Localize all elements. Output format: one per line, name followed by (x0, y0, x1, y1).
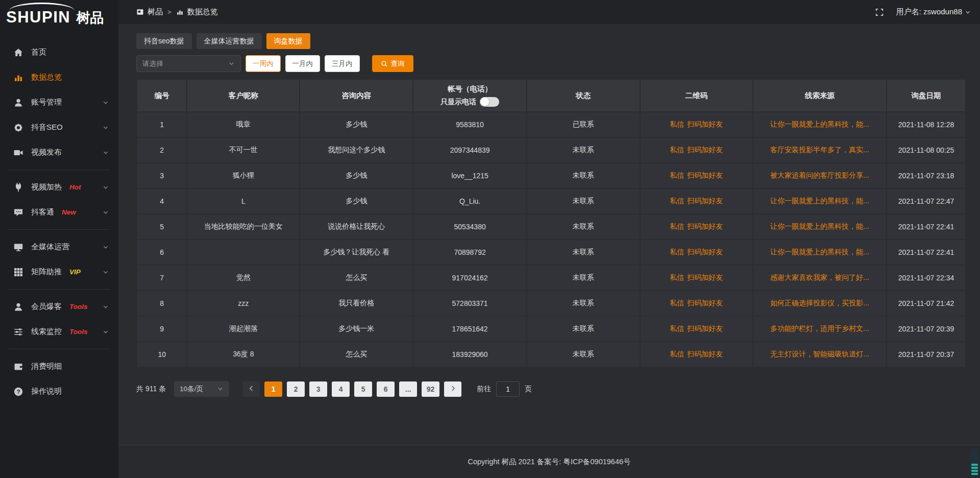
sidebar-item-doukertong[interactable]: 抖客通New (0, 200, 118, 225)
sidebar-nav: 首页数据总览账号管理抖音SEO视频发布视频加热Hot抖客通New全媒体运营矩阵助… (0, 32, 118, 404)
home-icon (13, 47, 23, 58)
qr-action-link[interactable]: 扫码加好友 (687, 222, 723, 230)
source-link[interactable]: 如何正确选择投影仪，买投影... (770, 299, 869, 307)
sidebar-item-member-baoke[interactable]: 会员爆客Tools (0, 294, 118, 319)
cell-source: 让你一眼就爱上的黑科技，能... (753, 112, 886, 137)
qr-action-link[interactable]: 私信 (670, 222, 684, 230)
sidebar: SHUPIN 树品 首页数据总览账号管理抖音SEO视频发布视频加热Hot抖客通N… (0, 0, 118, 478)
sidebar-item-label: 数据总览 (31, 73, 62, 82)
qr-action-link[interactable]: 扫码加好友 (687, 350, 723, 358)
goto-page-input[interactable] (496, 381, 520, 397)
content-area: 抖音seo数据 全媒体运营数据 询盘数据 请选择 一周内 一月内 三月内 (118, 24, 980, 445)
cell-id: 4 (137, 189, 186, 213)
sidebar-item-douyin-seo[interactable]: 抖音SEO (0, 115, 118, 140)
sliders-icon (13, 327, 23, 337)
qr-action-link[interactable]: 私信 (670, 350, 684, 358)
app-window: SHUPIN 树品 首页数据总览账号管理抖音SEO视频发布视频加热Hot抖客通N… (0, 0, 980, 478)
page-footer: Copyright 树品 2021 备案号: 粤ICP备09019646号 (118, 445, 980, 478)
cell-qrcode: 私信扫码加好友 (641, 163, 752, 188)
range-button-month[interactable]: 一月内 (285, 55, 321, 72)
phone-only-toggle[interactable] (480, 97, 499, 107)
page-button-2[interactable]: 2 (287, 381, 305, 397)
col-header-date: 询盘日期 (887, 80, 965, 111)
sidebar-item-account-manage[interactable]: 账号管理 (0, 90, 118, 115)
sidebar-item-matrix-boost[interactable]: 矩阵助推VIP (0, 259, 118, 284)
breadcrumb-separator: > (166, 8, 173, 16)
qr-action-link[interactable]: 扫码加好友 (687, 197, 723, 205)
cell-content: 多少钱一米 (300, 317, 412, 341)
sidebar-item-media-operation[interactable]: 全媒体运营 (0, 234, 118, 259)
qr-action-link[interactable]: 私信 (670, 197, 684, 205)
sidebar-item-consume-detail[interactable]: 消费明细 (0, 354, 118, 379)
sidebar-item-label: 视频加热 (31, 182, 62, 192)
source-link[interactable]: 让你一眼就爱上的黑科技，能... (770, 197, 869, 205)
badge-tools: Tools (69, 303, 88, 310)
sidebar-item-label: 抖客通 (31, 207, 54, 217)
user-menu[interactable]: 用户名: zswodun88 (896, 7, 971, 17)
page-button-5[interactable]: 5 (354, 381, 372, 397)
source-link[interactable]: 让你一眼就爱上的黑科技，能... (770, 120, 869, 128)
tab-douyin-seo-data[interactable]: 抖音seo数据 (136, 33, 192, 49)
col-header-qrcode: 二维码 (641, 80, 752, 111)
page-button-6[interactable]: 6 (377, 381, 395, 397)
range-button-quarter[interactable]: 三月内 (325, 55, 360, 72)
qr-action-link[interactable]: 私信 (670, 248, 684, 256)
fullscreen-icon[interactable] (875, 8, 884, 17)
page-size-select[interactable]: 10条/页 (174, 381, 229, 397)
page-button-92[interactable]: 92 (422, 381, 439, 397)
filter-select[interactable]: 请选择 (136, 55, 241, 72)
search-button[interactable]: 查询 (372, 55, 413, 72)
qr-action-link[interactable]: 扫码加好友 (687, 248, 723, 256)
cell-nickname: L (187, 189, 299, 213)
cell-status: 已联系 (527, 112, 640, 137)
sidebar-item-clue-monitor[interactable]: 线索监控Tools (0, 319, 118, 344)
qr-action-link[interactable]: 扫码加好友 (687, 120, 723, 128)
page-button-3[interactable]: 3 (309, 381, 327, 397)
sidebar-item-label: 线索监控 (31, 327, 62, 337)
source-link[interactable]: 多功能护栏灯，适用于乡村文... (770, 324, 869, 332)
qr-action-link[interactable]: 私信 (670, 273, 684, 281)
qr-action-link[interactable]: 私信 (670, 171, 684, 179)
qr-action-link[interactable]: 扫码加好友 (687, 299, 723, 307)
source-link[interactable]: 感谢大家喜欢我家，被问了好... (770, 273, 869, 281)
source-link[interactable]: 让你一眼就爱上的黑科技，能... (770, 222, 869, 230)
qr-action-link[interactable]: 扫码加好友 (687, 171, 723, 179)
qr-action-link[interactable]: 扫码加好友 (687, 324, 723, 332)
source-link[interactable]: 无主灯设计，智能磁吸轨道灯... (770, 350, 869, 358)
page-button-1[interactable]: 1 (264, 381, 282, 397)
widget-stripe (971, 470, 978, 472)
qr-action-link[interactable]: 扫码加好友 (687, 273, 723, 281)
sidebar-item-label: 首页 (31, 47, 46, 57)
qr-action-link[interactable]: 私信 (670, 146, 684, 154)
sidebar-item-operation-guide[interactable]: ?操作说明 (0, 379, 118, 404)
prev-page-button[interactable] (242, 381, 260, 397)
cell-account: love__1215 (413, 163, 526, 188)
breadcrumb-item-root[interactable]: 树品 (148, 7, 163, 17)
page-button-4[interactable]: 4 (332, 381, 350, 397)
table-header-row: 编号 客户昵称 咨询内容 帐号（电话） 只显示电话 状态 二维码 线索来源 (137, 80, 965, 111)
chevron-down-icon (228, 60, 235, 67)
cell-nickname: zzz (187, 291, 299, 316)
table-row: 6多少钱？让我死心 看70898792未联系私信扫码加好友让你一眼就爱上的黑科技… (137, 240, 965, 265)
source-link[interactable]: 客厅安装投影半年多了，真实... (770, 146, 869, 154)
sidebar-item-video-heat[interactable]: 视频加热Hot (0, 175, 118, 200)
sidebar-item-home[interactable]: 首页 (0, 40, 118, 65)
qr-action-link[interactable]: 私信 (670, 324, 684, 332)
page-ellipsis-button[interactable]: ... (399, 381, 417, 397)
tab-media-operation-data[interactable]: 全媒体运营数据 (197, 33, 262, 49)
total-count-label: 共 911 条 (136, 385, 166, 394)
minimized-widget[interactable] (970, 449, 979, 476)
tab-inquiry-data[interactable]: 询盘数据 (266, 33, 310, 49)
breadcrumb-item-current[interactable]: 数据总览 (187, 7, 218, 17)
cell-account: 917024162 (413, 266, 526, 290)
chevron-down-icon (217, 386, 224, 392)
source-link[interactable]: 被大家追着问的客厅投影分享... (770, 171, 869, 179)
sidebar-item-video-publish[interactable]: 视频发布 (0, 140, 118, 165)
qr-action-link[interactable]: 扫码加好友 (687, 146, 723, 154)
range-button-week[interactable]: 一周内 (246, 55, 281, 72)
sidebar-item-data-overview[interactable]: 数据总览 (0, 65, 118, 90)
qr-action-link[interactable]: 私信 (670, 120, 684, 128)
qr-action-link[interactable]: 私信 (670, 299, 684, 307)
source-link[interactable]: 让你一眼就爱上的黑科技，能... (770, 248, 869, 256)
next-page-button[interactable] (444, 381, 461, 397)
